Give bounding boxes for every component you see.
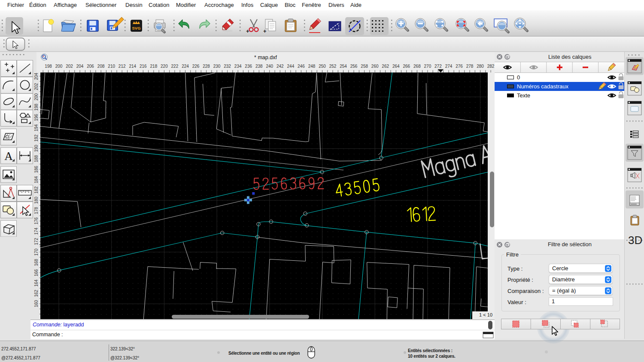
- svg-text:+: +: [263, 28, 267, 34]
- svg-text:A: A: [4, 150, 13, 163]
- svg-text:3D: 3D: [628, 234, 642, 247]
- svg-text:SVG: SVG: [132, 26, 140, 30]
